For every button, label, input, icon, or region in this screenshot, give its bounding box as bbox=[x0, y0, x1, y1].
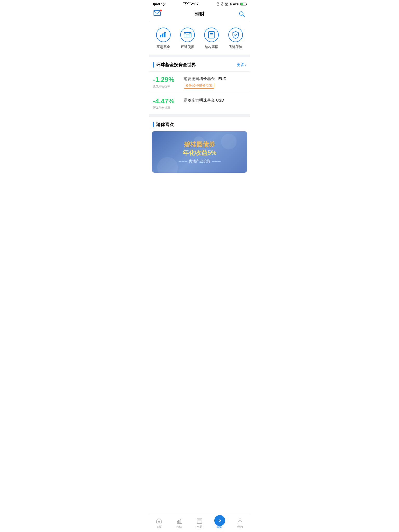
chevron-right-icon: › bbox=[245, 63, 246, 67]
fund-rate-label-0: 近3月收益率 bbox=[153, 84, 182, 89]
fund-rate-1: -4.47% bbox=[153, 97, 182, 105]
carrier-label: ipad bbox=[153, 2, 160, 6]
svg-rect-0 bbox=[217, 4, 219, 6]
hk-insurance-icon bbox=[228, 28, 243, 42]
guess-header: 猜你喜欢 bbox=[149, 117, 250, 131]
section-bar-1 bbox=[153, 62, 154, 68]
global-bond-label: 环球债券 bbox=[181, 45, 194, 49]
mutual-fund-label: 互惠基金 bbox=[157, 45, 170, 49]
category-structured-note[interactable]: 结构票据 bbox=[204, 28, 219, 49]
status-left: ipad bbox=[153, 2, 165, 6]
fund-rate-0: -1.29% bbox=[153, 76, 182, 83]
mail-button[interactable] bbox=[154, 10, 161, 18]
guess-section: 猜你喜欢 碧桂园债券 年化收益5% 房地产业投资 bbox=[149, 117, 250, 173]
status-time: 下午2:07 bbox=[183, 2, 199, 6]
fund-left-0: -1.29% 近3月收益率 bbox=[153, 76, 182, 89]
section-bar-2 bbox=[153, 122, 154, 127]
guess-title-wrap: 猜你喜欢 bbox=[153, 122, 174, 128]
banner-bubble-2 bbox=[221, 134, 237, 149]
banner-card[interactable]: 碧桂园债券 年化收益5% 房地产业投资 bbox=[152, 131, 247, 173]
fund-tag-0: 欧洲经济增长引擎 bbox=[184, 83, 214, 89]
banner-line1: 碧桂园债券 bbox=[184, 140, 215, 149]
svg-point-1 bbox=[222, 3, 222, 4]
page-header: 理财 bbox=[149, 8, 250, 21]
categories-section: 互惠基金 环球债券 bbox=[149, 21, 250, 55]
lock-icon bbox=[216, 2, 220, 6]
bluetooth-icon bbox=[229, 2, 232, 6]
divider-1 bbox=[149, 55, 250, 57]
mutual-fund-icon bbox=[156, 28, 171, 42]
location-icon bbox=[221, 2, 224, 6]
guess-title: 猜你喜欢 bbox=[156, 122, 174, 128]
svg-rect-3 bbox=[154, 10, 161, 16]
more-label: 更多 bbox=[237, 63, 244, 67]
fund-rate-label-1: 近3月收益率 bbox=[153, 106, 182, 110]
status-bar: ipad 下午2:07 41% bbox=[149, 0, 250, 8]
fund-name-1: 霸菱东方明珠基金 USD bbox=[184, 97, 246, 103]
category-mutual-fund[interactable]: 互惠基金 bbox=[156, 28, 171, 49]
banner-bubble-1 bbox=[157, 157, 178, 173]
battery-percentage: 41% bbox=[233, 2, 239, 6]
fund-item-1[interactable]: -4.47% 近3月收益率 霸菱东方明珠基金 USD bbox=[149, 93, 250, 115]
category-global-bond[interactable]: 环球债券 bbox=[180, 28, 195, 49]
divider-2 bbox=[149, 114, 250, 117]
mail-notification-dot bbox=[160, 9, 162, 12]
fund-right-1: 霸菱东方明珠基金 USD bbox=[182, 97, 246, 103]
fund-section-title-wrap: 环球基金投资全世界 bbox=[153, 62, 196, 68]
structured-note-label: 结构票据 bbox=[205, 45, 218, 49]
global-bond-icon bbox=[180, 28, 195, 42]
page-title: 理财 bbox=[195, 11, 204, 17]
alarm-icon bbox=[225, 2, 228, 6]
fund-left-1: -4.47% 近3月收益率 bbox=[153, 97, 182, 110]
category-hk-insurance[interactable]: 香港保险 bbox=[228, 28, 243, 49]
banner-line2: 年化收益5% bbox=[183, 149, 217, 157]
fund-more-link[interactable]: 更多 › bbox=[237, 63, 246, 67]
fund-section-title: 环球基金投资全世界 bbox=[156, 62, 196, 68]
fund-right-0: 霸菱德国增长基金 - EUR 欧洲经济增长引擎 bbox=[182, 76, 246, 89]
search-button[interactable] bbox=[238, 10, 245, 18]
structured-note-icon bbox=[204, 28, 219, 42]
fund-item-0[interactable]: -1.29% 近3月收益率 霸菱德国增长基金 - EUR 欧洲经济增长引擎 bbox=[149, 71, 250, 93]
fund-name-0: 霸菱德国增长基金 - EUR bbox=[184, 76, 246, 81]
svg-line-5 bbox=[243, 15, 245, 17]
hk-insurance-label: 香港保险 bbox=[229, 45, 242, 49]
battery-icon bbox=[240, 3, 246, 5]
banner-line3: 房地产业投资 bbox=[178, 159, 220, 164]
wifi-icon bbox=[161, 3, 165, 6]
status-right: 41% bbox=[216, 2, 246, 6]
svg-point-9 bbox=[165, 32, 166, 34]
fund-section-header: 环球基金投资全世界 更多 › bbox=[149, 57, 250, 71]
